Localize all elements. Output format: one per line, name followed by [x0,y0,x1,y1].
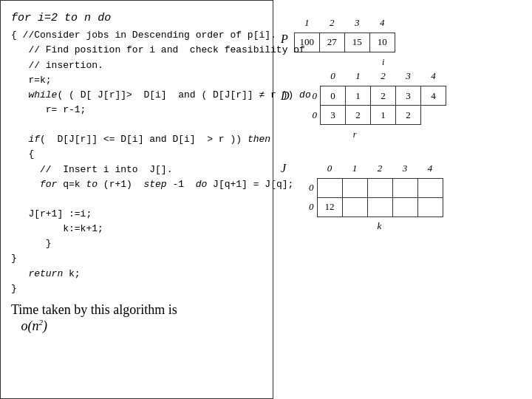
to-keyword: to [64,12,78,24]
j-r2-v0: 12 [317,197,342,216]
d-row1: 0 0 1 2 3 4 [296,86,446,106]
time-taken: Time taken by this algorithm is o(n2) [11,302,262,334]
code-line-7 [11,117,262,132]
d-table-section: D 0 1 i 2 3 4 [281,67,519,126]
j-r-col-3 [392,140,417,159]
j-blank-header2 [292,159,317,178]
p-table-container: 1 2 3 4 100 27 15 10 [294,13,395,52]
j-r-col-1: r [342,140,367,159]
p-col-3: 3 [344,13,369,33]
k-label: k [316,220,443,232]
j-row1: 0 [292,178,443,197]
d-table: 0 1 i 2 3 4 0 0 1 2 [296,67,447,126]
j-row1-label: 0 [292,178,317,197]
do-keyword: do [98,12,111,24]
d-blank-header [296,67,321,86]
p-table-section: P 1 2 3 4 100 27 15 10 [281,13,519,52]
p-val-2: 27 [319,33,344,52]
code-line-18: } [11,282,262,296]
n-var: n [84,12,91,24]
j-r2-v4 [417,197,443,216]
j-r2-v2 [367,197,392,216]
time-taken-label: Time taken by this algorithm is [11,302,177,317]
j-col-0: 0 [317,159,342,178]
code-line-13: J[r+1] :=i; [11,207,262,222]
code-block: for i=2 to n do { //Consider jobs in Des… [11,10,262,296]
code-line-4: r=k; [11,73,262,88]
j-table-section: J r 0 [281,140,519,232]
d-r1-v0: 0 [321,86,346,106]
p-table: 1 2 3 4 100 27 15 10 [294,13,395,52]
code-line-1: { //Consider jobs in Descending order of… [11,28,262,43]
d-r1-v2: 2 [371,86,396,106]
j-table-container: r 0 1 2 3 4 [292,140,443,232]
for-keyword: for [11,12,31,24]
d-r2-v2: 1 [371,106,396,125]
j-r-col-4 [417,140,443,159]
j-r2-v3 [392,197,417,216]
p-col-2: 2 [319,13,344,33]
j-r-col-2 [367,140,392,159]
d-r2-v3: 2 [396,106,421,125]
j-table: r 0 1 2 3 4 [292,140,443,217]
p-col-4: 4 [369,13,395,33]
code-line-6: r= r-1; [11,103,262,117]
p-col-1: 1 [294,13,319,33]
d-table-container: 0 1 i 2 3 4 0 0 1 2 [296,67,447,126]
code-line-14: k:=k+1; [11,222,262,236]
d-r1-v1: 1 [346,86,371,106]
j-blank-header [292,140,317,159]
code-line-2: // Find position for i and check feasibi… [11,43,262,58]
d-col-4: 4 [421,67,446,86]
code-line-15: } [11,236,262,251]
j-r1-v1 [342,178,367,197]
p-header-row: 1 2 3 4 [294,13,395,33]
j-r1-v2 [367,178,392,197]
code-line-10: // Insert i into J[]. [11,163,262,177]
d-row2: 0 3 2 1 2 [296,106,446,125]
j-index-row: 0 1 2 3 4 [292,159,443,178]
d-r1-v4: 4 [421,86,446,106]
d-col-0: 0 [321,67,346,86]
for-line: for i=2 to n do [11,10,262,27]
d-r2-v0: 3 [321,106,346,125]
p-val-4: 10 [369,33,395,52]
j-r-row: r [292,140,443,159]
j-col-3: 3 [392,159,417,178]
j-col-1: 1 [342,159,367,178]
code-line-3: // insertion. [11,58,262,73]
code-line-17: return k; [11,267,262,282]
d-header-row: 0 1 i 2 3 4 [296,67,446,86]
code-line-9: { [11,147,262,162]
left-panel: for i=2 to n do { //Consider jobs in Des… [0,0,273,399]
j-row2: 0 12 [292,197,443,216]
d-r2-v1: 2 [346,106,371,125]
complexity-label: o(n2) [21,318,48,333]
d-col-3: 3 [396,67,421,86]
for-var: i=2 [38,12,58,24]
j-r1-v0 [317,178,342,197]
code-line-5: while( ( D[ J[r]]> D[i] and ( D[J[r]] ≠ … [11,88,262,103]
j-r-col-0 [317,140,342,159]
d-row2-label: 0 [296,106,321,125]
j-label: J [281,140,286,175]
d-col-1: 1 [346,67,371,86]
j-r1-v3 [392,178,417,197]
j-row2-label: 0 [292,197,317,216]
code-line-8: if( D[J[r]] <= D[i] and D[i] > r )) then [11,132,262,147]
right-panel: P 1 2 3 4 100 27 15 10 [273,0,532,399]
code-line-16: } [11,251,262,266]
j-col-4: 4 [417,159,443,178]
j-col-2: 2 [367,159,392,178]
p-data-row: 100 27 15 10 [294,33,395,52]
j-r1-v4 [417,178,443,197]
p-val-3: 15 [344,33,369,52]
j-r2-v1 [342,197,367,216]
p-label: P [281,13,288,46]
d-r1-v3: 3 [396,86,421,106]
code-line-11: for q=k to (r+1) step -1 do J[q+1] = J[q… [11,177,262,192]
d-col-2: i 2 [371,67,396,86]
code-line-12 [11,192,262,207]
